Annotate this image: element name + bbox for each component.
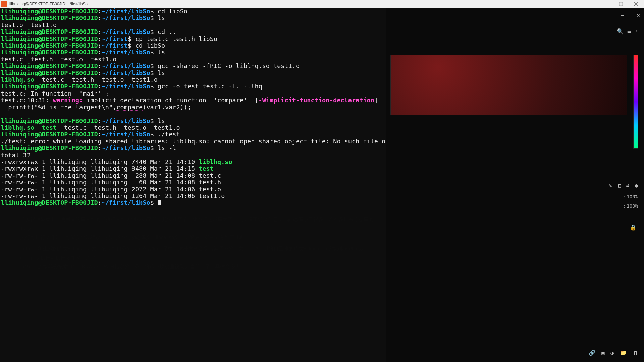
window-titlebar: llihuiqing@DESKTOP-FB00JID: ~/first/libS… bbox=[0, 0, 644, 8]
dot-icon: ● bbox=[635, 182, 638, 189]
mask-icon[interactable]: ◑ bbox=[610, 350, 614, 356]
fill-value: ：100% bbox=[622, 203, 638, 209]
side-app-panel: — □ ✕ 🔍 ▭ ⇪ ✎ ◧ ⇄ ● ：100% ：100% 🔒 🔗 ▣ ◑ … bbox=[386, 8, 644, 362]
cursor bbox=[158, 200, 161, 205]
close-button[interactable] bbox=[629, 0, 644, 8]
terminal-line: llihuiqing@DESKTOP-FB00JID:~/first/libSo… bbox=[1, 118, 386, 124]
terminal-line: llihuiqing@DESKTOP-FB00JID:~/first/libSo… bbox=[1, 83, 386, 90]
terminal-line: printf("%d is the largest\n",compare(var… bbox=[1, 104, 386, 111]
terminal-line: -rw-rw-rw- 1 llihuiqing llihuiqing 288 M… bbox=[1, 172, 386, 179]
lock-icon[interactable]: 🔒 bbox=[630, 224, 637, 231]
panel-minimize-icon[interactable]: — bbox=[621, 12, 624, 18]
terminal-line bbox=[1, 111, 386, 117]
minimize-button[interactable] bbox=[598, 0, 613, 8]
terminal-line: test.o test1.o bbox=[1, 22, 386, 28]
ubuntu-icon bbox=[1, 1, 7, 7]
terminal-line: -rwxrwxrwx 1 llihuiqing llihuiqing 7440 … bbox=[1, 159, 386, 165]
trash-icon[interactable]: 🗑 bbox=[633, 350, 638, 356]
window-title: llihuiqing@DESKTOP-FB00JID: ~/first/libS… bbox=[9, 2, 88, 6]
panel-close-icon[interactable]: ✕ bbox=[637, 12, 640, 18]
palette-icon[interactable]: ◧ bbox=[618, 182, 621, 189]
terminal-line: test.c test.h test.o test1.o bbox=[1, 56, 386, 63]
terminal-line: llihuiqing@DESKTOP-FB00JID:~/first/libSo… bbox=[1, 63, 386, 69]
terminal-line: test.c: In function 'main' : bbox=[1, 90, 386, 97]
crop-icon[interactable]: ▭ bbox=[628, 28, 631, 35]
terminal[interactable]: llihuiqing@DESKTOP-FB00JID:~/first/libSo… bbox=[0, 8, 386, 362]
opacity-value: ：100% bbox=[622, 194, 638, 200]
terminal-line: llihuiqing@DESKTOP-FB00JID:~/first$ cp t… bbox=[1, 36, 386, 42]
terminal-line: llihuiqing@DESKTOP-FB00JID:~/first/libSo… bbox=[1, 49, 386, 56]
layer-icon[interactable]: ▣ bbox=[601, 350, 605, 356]
terminal-line: llihuiqing@DESKTOP-FB00JID:~/first/libSo… bbox=[1, 15, 386, 21]
terminal-line: llihuiqing@DESKTOP-FB00JID:~/first/libSo… bbox=[1, 8, 386, 15]
link-icon[interactable]: 🔗 bbox=[589, 350, 595, 356]
eyedropper-icon[interactable]: ✎ bbox=[609, 182, 612, 189]
search-icon[interactable]: 🔍 bbox=[617, 28, 624, 35]
hue-slider[interactable] bbox=[633, 55, 638, 149]
terminal-line: -rw-rw-rw- 1 llihuiqing llihuiqing 2072 … bbox=[1, 186, 386, 193]
terminal-line: llihuiqing@DESKTOP-FB00JID:~/first/libSo… bbox=[1, 28, 386, 35]
terminal-line: llihuiqing@DESKTOP-FB00JID:~/first/libSo… bbox=[1, 70, 386, 76]
terminal-line: liblhq.so test.c test.h test.o test1.o bbox=[1, 76, 386, 83]
color-preview[interactable] bbox=[390, 55, 627, 115]
folder-icon[interactable]: 📁 bbox=[620, 350, 627, 356]
terminal-line: llihuiqing@DESKTOP-FB00JID:~/first/libSo… bbox=[1, 145, 386, 152]
terminal-line: -rwxrwxrwx 1 llihuiqing llihuiqing 8480 … bbox=[1, 165, 386, 172]
panel-maximize-icon[interactable]: □ bbox=[629, 12, 632, 18]
svg-rect-1 bbox=[619, 2, 623, 6]
terminal-line: ./test: error while loading shared libra… bbox=[1, 138, 386, 145]
swap-icon[interactable]: ⇄ bbox=[626, 182, 630, 189]
maximize-button[interactable] bbox=[613, 0, 629, 8]
terminal-line: -rw-rw-rw- 1 llihuiqing llihuiqing 60 Ma… bbox=[1, 179, 386, 186]
share-icon[interactable]: ⇪ bbox=[635, 28, 638, 35]
terminal-line: -rw-rw-rw- 1 llihuiqing llihuiqing 1264 … bbox=[1, 193, 386, 199]
terminal-line: liblhq.so test test.c test.h test.o test… bbox=[1, 124, 386, 131]
terminal-line: llihuiqing@DESKTOP-FB00JID:~/first/libSo… bbox=[1, 131, 386, 138]
terminal-line: llihuiqing@DESKTOP-FB00JID:~/first/libSo… bbox=[1, 199, 386, 206]
terminal-line: test.c:10:31: warning: implicit declarat… bbox=[1, 97, 386, 104]
terminal-line: llihuiqing@DESKTOP-FB00JID:~/first$ cd l… bbox=[1, 42, 386, 49]
terminal-line: total 32 bbox=[1, 152, 386, 159]
